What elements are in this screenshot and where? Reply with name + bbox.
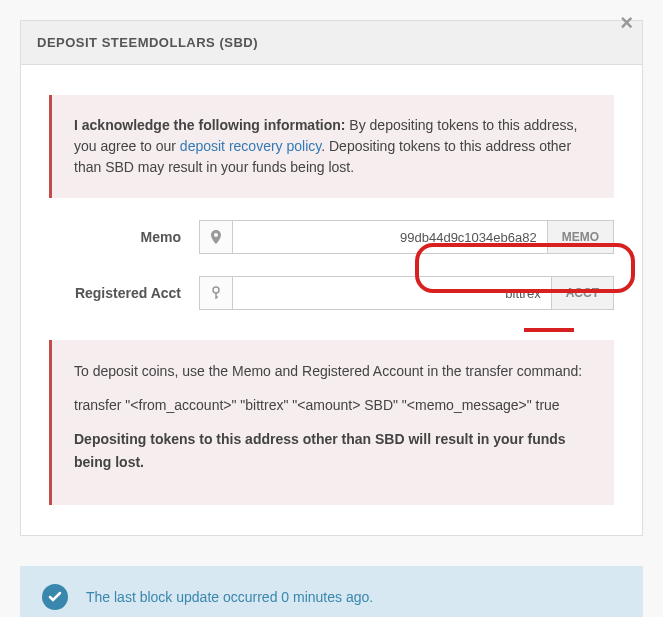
recovery-policy-link[interactable]: deposit recovery policy [180, 138, 321, 154]
acct-input[interactable] [233, 276, 552, 310]
memo-input[interactable] [233, 220, 548, 254]
memo-suffix: MEMO [548, 220, 614, 254]
svg-point-0 [213, 287, 219, 293]
instructions-line3: Depositing tokens to this address other … [74, 428, 592, 476]
memo-input-group: MEMO [199, 220, 614, 254]
deposit-modal: DEPOSIT STEEMDOLLARS (SBD) I acknowledge… [20, 20, 643, 536]
instructions-box: To deposit coins, use the Memo and Regis… [49, 340, 614, 505]
modal-title: DEPOSIT STEEMDOLLARS (SBD) [21, 21, 642, 65]
status-footer: The last block update occurred 0 minutes… [20, 566, 643, 617]
instructions-line1: To deposit coins, use the Memo and Regis… [74, 360, 592, 384]
acct-label: Registered Acct [49, 285, 199, 301]
pin-icon [199, 220, 233, 254]
instructions-line2: transfer "<from_account>" "bittrex" "<am… [74, 394, 592, 418]
close-button[interactable]: × [620, 10, 633, 36]
acknowledge-box: I acknowledge the following information:… [49, 95, 614, 198]
acknowledge-label: I acknowledge the following information: [74, 117, 345, 133]
modal-body: I acknowledge the following information:… [21, 65, 642, 535]
status-text: The last block update occurred 0 minutes… [86, 589, 373, 605]
acct-input-group: ACCT [199, 276, 614, 310]
key-icon [199, 276, 233, 310]
check-icon [42, 584, 68, 610]
acct-suffix: ACCT [552, 276, 614, 310]
memo-label: Memo [49, 229, 199, 245]
acct-row: Registered Acct ACCT [49, 276, 614, 310]
memo-row: Memo MEMO [49, 220, 614, 254]
